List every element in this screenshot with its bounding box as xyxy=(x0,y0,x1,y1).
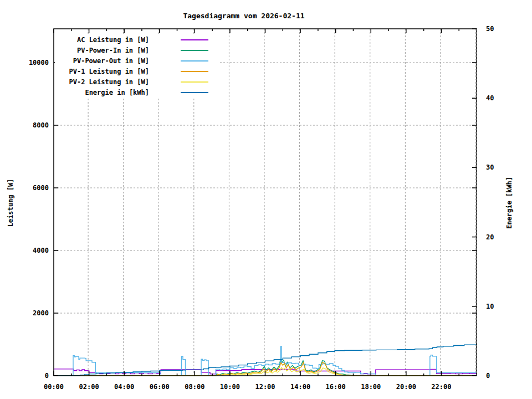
y1-tick-label: 8000 xyxy=(10,121,49,129)
legend-line-sample xyxy=(181,92,208,93)
legend-label: PV-2 Leistung in [W] xyxy=(57,78,149,86)
y1-tick-label: 2000 xyxy=(10,309,49,317)
x-tick-label: 22:00 xyxy=(429,383,453,391)
y2-tick-label: 0 xyxy=(486,372,508,380)
x-tick-label: 16:00 xyxy=(324,383,348,391)
x-tick-label: 08:00 xyxy=(182,383,207,391)
y1-axis-label: Leistung [W] xyxy=(7,172,14,233)
y2-axis-label: Energie [kWh] xyxy=(505,172,513,233)
legend-row: PV-Power-Out in [W] xyxy=(57,55,208,66)
legend: AC Leistung in [W]PV-Power-In in [W]PV-P… xyxy=(55,34,218,99)
legend-line-sample xyxy=(181,60,208,62)
legend-label: PV-Power-Out in [W] xyxy=(57,57,149,65)
legend-row: PV-Power-In in [W] xyxy=(57,45,208,55)
y1-tick-label: 4000 xyxy=(10,247,49,254)
y1-tick-label: 10000 xyxy=(10,59,49,66)
legend-line-sample xyxy=(181,39,208,40)
y1-tick-label: 0 xyxy=(10,372,49,380)
x-tick-label: 14:00 xyxy=(288,383,313,391)
legend-label: AC Leistung in [W] xyxy=(57,36,149,44)
x-tick-label: 18:00 xyxy=(359,383,383,391)
x-tick-label: 06:00 xyxy=(147,383,172,391)
y2-tick-label: 30 xyxy=(486,163,508,171)
x-tick-label: 00:00 xyxy=(42,383,66,391)
y1-tick-label: 6000 xyxy=(10,184,49,192)
chart-title: Tagesdiagramm vom 2026-02-11 xyxy=(0,12,488,20)
legend-label: PV-Power-In in [W] xyxy=(57,47,149,54)
legend-row: Energie in [kWh] xyxy=(57,87,208,98)
y2-tick-label: 10 xyxy=(486,303,508,310)
legend-label: PV-1 Leistung in [W] xyxy=(57,68,149,75)
y2-tick-label: 20 xyxy=(486,233,508,241)
legend-line-sample xyxy=(181,81,208,83)
legend-row: PV-2 Leistung in [W] xyxy=(57,76,208,87)
x-tick-label: 04:00 xyxy=(112,383,136,391)
legend-label: Energie in [kWh] xyxy=(57,89,149,96)
legend-row: AC Leistung in [W] xyxy=(57,34,208,45)
y2-tick-label: 40 xyxy=(486,94,508,102)
legend-line-sample xyxy=(181,50,208,51)
x-tick-label: 02:00 xyxy=(77,383,101,391)
x-tick-label: 10:00 xyxy=(218,383,242,391)
x-tick-label: 20:00 xyxy=(394,383,418,391)
chart: Tagesdiagramm vom 2026-02-11 Leistung [W… xyxy=(0,0,532,399)
legend-row: PV-1 Leistung in [W] xyxy=(57,66,208,76)
legend-line-sample xyxy=(181,71,208,72)
y2-tick-label: 50 xyxy=(486,25,508,33)
x-tick-label: 12:00 xyxy=(253,383,278,391)
